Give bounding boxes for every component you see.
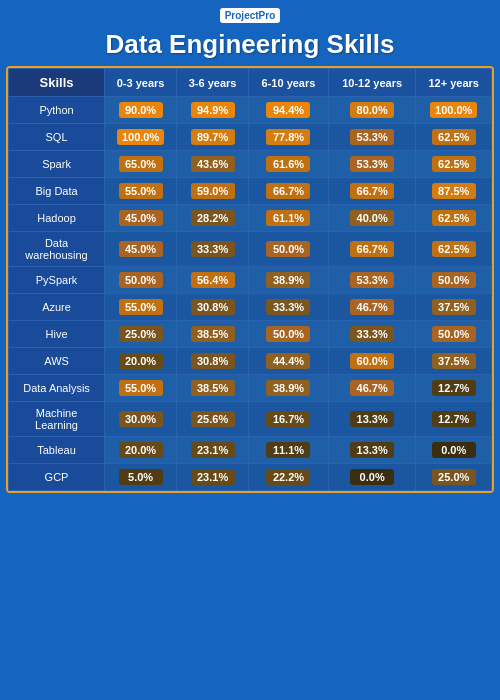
value-cell: 33.3% bbox=[249, 294, 329, 321]
table-row: Hadoop45.0%28.2%61.1%40.0%62.5% bbox=[9, 205, 492, 232]
value-cell: 30.0% bbox=[105, 402, 177, 437]
skill-name-cell: Tableau bbox=[9, 437, 105, 464]
table-row: Azure55.0%30.8%33.3%46.7%37.5% bbox=[9, 294, 492, 321]
value-cell: 55.0% bbox=[105, 375, 177, 402]
value-cell: 56.4% bbox=[177, 267, 249, 294]
skill-name-cell: AWS bbox=[9, 348, 105, 375]
table-row: Hive25.0%38.5%50.0%33.3%50.0% bbox=[9, 321, 492, 348]
value-cell: 62.5% bbox=[416, 124, 492, 151]
skill-name-cell: PySpark bbox=[9, 267, 105, 294]
value-cell: 65.0% bbox=[105, 151, 177, 178]
value-cell: 33.3% bbox=[177, 232, 249, 267]
value-cell: 66.7% bbox=[249, 178, 329, 205]
value-cell: 45.0% bbox=[105, 205, 177, 232]
value-cell: 50.0% bbox=[416, 267, 492, 294]
skills-table: Skills 0-3 years 3-6 years 6-10 years 10… bbox=[6, 66, 494, 493]
page-title: Data Engineering Skills bbox=[0, 27, 500, 66]
skill-name-cell: GCP bbox=[9, 464, 105, 491]
skill-name-cell: Machine Learning bbox=[9, 402, 105, 437]
value-cell: 23.1% bbox=[177, 437, 249, 464]
value-cell: 87.5% bbox=[416, 178, 492, 205]
value-cell: 90.0% bbox=[105, 97, 177, 124]
table-row: GCP5.0%23.1%22.2%0.0%25.0% bbox=[9, 464, 492, 491]
value-cell: 66.7% bbox=[328, 232, 416, 267]
value-cell: 50.0% bbox=[105, 267, 177, 294]
value-cell: 0.0% bbox=[328, 464, 416, 491]
col-header-6-10: 6-10 years bbox=[249, 69, 329, 97]
value-cell: 5.0% bbox=[105, 464, 177, 491]
skill-name-cell: Python bbox=[9, 97, 105, 124]
table-row: SQL100.0%89.7%77.8%53.3%62.5% bbox=[9, 124, 492, 151]
value-cell: 50.0% bbox=[416, 321, 492, 348]
value-cell: 20.0% bbox=[105, 437, 177, 464]
value-cell: 38.9% bbox=[249, 375, 329, 402]
logo: ProjectPro bbox=[220, 8, 281, 23]
value-cell: 13.3% bbox=[328, 402, 416, 437]
skill-name-cell: SQL bbox=[9, 124, 105, 151]
value-cell: 22.2% bbox=[249, 464, 329, 491]
value-cell: 38.5% bbox=[177, 321, 249, 348]
table-header-row: Skills 0-3 years 3-6 years 6-10 years 10… bbox=[9, 69, 492, 97]
value-cell: 38.9% bbox=[249, 267, 329, 294]
value-cell: 61.6% bbox=[249, 151, 329, 178]
skill-name-cell: Hive bbox=[9, 321, 105, 348]
value-cell: 16.7% bbox=[249, 402, 329, 437]
table-row: Tableau20.0%23.1%11.1%13.3%0.0% bbox=[9, 437, 492, 464]
value-cell: 13.3% bbox=[328, 437, 416, 464]
table-row: Data warehousing45.0%33.3%50.0%66.7%62.5… bbox=[9, 232, 492, 267]
value-cell: 11.1% bbox=[249, 437, 329, 464]
value-cell: 53.3% bbox=[328, 151, 416, 178]
value-cell: 46.7% bbox=[328, 375, 416, 402]
skill-name-cell: Data Analysis bbox=[9, 375, 105, 402]
col-header-0-3: 0-3 years bbox=[105, 69, 177, 97]
table-row: Data Analysis55.0%38.5%38.9%46.7%12.7% bbox=[9, 375, 492, 402]
value-cell: 77.8% bbox=[249, 124, 329, 151]
value-cell: 50.0% bbox=[249, 232, 329, 267]
skill-name-cell: Data warehousing bbox=[9, 232, 105, 267]
value-cell: 59.0% bbox=[177, 178, 249, 205]
table-row: Machine Learning30.0%25.6%16.7%13.3%12.7… bbox=[9, 402, 492, 437]
table-row: Big Data55.0%59.0%66.7%66.7%87.5% bbox=[9, 178, 492, 205]
header: ProjectPro bbox=[0, 0, 500, 27]
skill-name-cell: Spark bbox=[9, 151, 105, 178]
value-cell: 33.3% bbox=[328, 321, 416, 348]
value-cell: 53.3% bbox=[328, 124, 416, 151]
skill-name-cell: Hadoop bbox=[9, 205, 105, 232]
value-cell: 25.0% bbox=[105, 321, 177, 348]
value-cell: 43.6% bbox=[177, 151, 249, 178]
col-header-10-12: 10-12 years bbox=[328, 69, 416, 97]
value-cell: 20.0% bbox=[105, 348, 177, 375]
value-cell: 38.5% bbox=[177, 375, 249, 402]
value-cell: 44.4% bbox=[249, 348, 329, 375]
value-cell: 25.6% bbox=[177, 402, 249, 437]
value-cell: 66.7% bbox=[328, 178, 416, 205]
value-cell: 37.5% bbox=[416, 294, 492, 321]
value-cell: 0.0% bbox=[416, 437, 492, 464]
value-cell: 62.5% bbox=[416, 151, 492, 178]
value-cell: 40.0% bbox=[328, 205, 416, 232]
value-cell: 94.9% bbox=[177, 97, 249, 124]
col-header-12plus: 12+ years bbox=[416, 69, 492, 97]
skill-name-cell: Azure bbox=[9, 294, 105, 321]
value-cell: 53.3% bbox=[328, 267, 416, 294]
value-cell: 55.0% bbox=[105, 294, 177, 321]
value-cell: 45.0% bbox=[105, 232, 177, 267]
value-cell: 30.8% bbox=[177, 294, 249, 321]
table-row: PySpark50.0%56.4%38.9%53.3%50.0% bbox=[9, 267, 492, 294]
value-cell: 61.1% bbox=[249, 205, 329, 232]
value-cell: 50.0% bbox=[249, 321, 329, 348]
value-cell: 30.8% bbox=[177, 348, 249, 375]
value-cell: 60.0% bbox=[328, 348, 416, 375]
value-cell: 100.0% bbox=[105, 124, 177, 151]
value-cell: 28.2% bbox=[177, 205, 249, 232]
value-cell: 46.7% bbox=[328, 294, 416, 321]
value-cell: 12.7% bbox=[416, 402, 492, 437]
value-cell: 80.0% bbox=[328, 97, 416, 124]
table-row: Python90.0%94.9%94.4%80.0%100.0% bbox=[9, 97, 492, 124]
value-cell: 25.0% bbox=[416, 464, 492, 491]
col-header-skills: Skills bbox=[9, 69, 105, 97]
value-cell: 94.4% bbox=[249, 97, 329, 124]
table-row: Spark65.0%43.6%61.6%53.3%62.5% bbox=[9, 151, 492, 178]
value-cell: 62.5% bbox=[416, 205, 492, 232]
value-cell: 23.1% bbox=[177, 464, 249, 491]
